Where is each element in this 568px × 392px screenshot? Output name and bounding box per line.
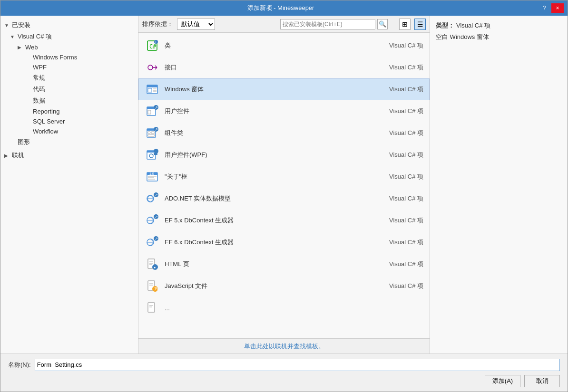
sidebar-item-reporting[interactable]: Reporting (0, 106, 138, 116)
sidebar-item-web[interactable]: ▶ Web (0, 42, 138, 52)
sidebar-item-windows-forms[interactable]: Windows Forms (0, 52, 138, 62)
general-label: 常规 (33, 74, 134, 82)
item-category-windows-form: Visual C# 项 (366, 85, 423, 94)
list-item-javascript[interactable]: JS JavaScript 文件 Visual C# 项 (138, 275, 430, 297)
item-name-javascript: JavaScript 文件 (165, 282, 366, 290)
sidebar-item-code[interactable]: 代码 (0, 84, 138, 95)
svg-text:C#: C# (149, 43, 157, 50)
item-icon-javascript: JS (145, 278, 160, 294)
svg-rect-9 (147, 85, 157, 87)
reporting-label: Reporting (33, 108, 134, 115)
sort-select[interactable]: 默认值 (177, 19, 215, 30)
item-name-ado-net: ADO.NET 实体数据模型 (165, 194, 366, 203)
sidebar-item-visual-csharp[interactable]: ▼ Visual C# 项 (0, 31, 138, 42)
item-name-interface: 接口 (165, 63, 366, 72)
svg-rect-60 (148, 303, 155, 312)
sort-label: 排序依据： (142, 20, 173, 29)
grid-view-button[interactable]: ⊞ (399, 19, 411, 30)
svg-text:↗: ↗ (155, 127, 158, 132)
list-item-about-box[interactable]: 1.0 "关于"框 Visual C# 项 (138, 166, 430, 188)
item-icon-about-box: 1.0 (145, 169, 160, 184)
sidebar-item-wpf[interactable]: WPF (0, 62, 138, 72)
list-item-interface[interactable]: 接口 Visual C# 项 (138, 57, 430, 78)
item-name-html: HTML 页 (165, 260, 366, 268)
name-input[interactable] (35, 359, 560, 371)
list-view-icon: ☰ (417, 20, 423, 28)
online-link[interactable]: 单击此处以联机并查找模板。 (244, 342, 324, 351)
item-category-component: Visual C# 项 (366, 129, 423, 137)
item-icon-ef6: ↗ (145, 235, 160, 250)
item-name-ef5: EF 5.x DbContext 生成器 (165, 216, 366, 225)
installed-label: 已安装 (12, 21, 134, 29)
list-item-class[interactable]: C# + 类 Visual C# 项 (138, 35, 430, 57)
item-icon-more (145, 300, 160, 316)
titlebar: 添加新项 - Minesweeper ? × (0, 0, 568, 16)
desc-value: 空白 Windows 窗体 (436, 33, 489, 41)
sidebar-item-graphics[interactable]: 图形 (0, 136, 138, 148)
list-item-windows-form[interactable]: Windows 窗体 Visual C# 项 (138, 78, 430, 100)
online-link-row: 单击此处以联机并查找模板。 (138, 338, 430, 354)
list-item-user-control[interactable]: ↗ 用户控件 Visual C# 项 (138, 100, 430, 122)
list-view-button[interactable]: ☰ (414, 19, 426, 30)
name-row: 名称(N): (8, 359, 560, 371)
cancel-button[interactable]: 取消 (524, 375, 560, 387)
item-category-ef6: Visual C# 项 (366, 238, 423, 247)
item-category-user-control: Visual C# 项 (366, 107, 423, 115)
list-item-ado-net[interactable]: ↗ ADO.NET 实体数据模型 Visual C# 项 (138, 188, 430, 210)
sidebar-item-general[interactable]: 常规 (0, 72, 138, 84)
item-icon-ado-net: ↗ (145, 191, 160, 206)
search-button[interactable]: 🔍 (377, 19, 388, 29)
web-label: Web (25, 44, 134, 51)
sidebar-item-data[interactable]: 数据 (0, 95, 138, 106)
list-item-ef5[interactable]: ↗ EF 5.x DbContext 生成器 Visual C# 项 (138, 210, 430, 231)
sidebar-item-workflow[interactable]: Workflow (0, 126, 138, 136)
online-label: 联机 (12, 151, 134, 160)
code-label: 代码 (33, 85, 134, 94)
sql-server-label: SQL Server (33, 118, 134, 125)
close-button[interactable]: × (551, 3, 564, 13)
type-key: 类型： (436, 21, 454, 30)
list-item-more[interactable]: ... (138, 297, 430, 319)
item-icon-ef5: ↗ (145, 213, 160, 228)
item-name-user-control-wpf: 用户控件(WPF) (165, 151, 366, 159)
list-item-user-control-wpf[interactable]: 用户控件(WPF) Visual C# 项 (138, 144, 430, 166)
desc-row: 空白 Windows 窗体 (436, 33, 562, 41)
item-category-html: Visual C# 项 (366, 260, 423, 268)
windows-forms-label: Windows Forms (33, 54, 134, 61)
item-name-class: 类 (165, 41, 366, 50)
sidebar-item-sql-server[interactable]: SQL Server (0, 116, 138, 126)
help-button[interactable]: ? (538, 3, 550, 13)
add-button[interactable]: 添加(A) (485, 375, 520, 387)
svg-text:●: ● (154, 266, 156, 269)
main-dialog: 添加新项 - Minesweeper ? × ▼ 已安装 ▼ Visual C#… (0, 0, 568, 392)
item-category-class: Visual C# 项 (366, 41, 423, 50)
svg-text:1.0: 1.0 (149, 172, 154, 175)
item-category-about-box: Visual C# 项 (366, 172, 423, 181)
sidebar-item-online[interactable]: ▶ 联机 (0, 150, 138, 161)
item-icon-user-control-wpf (145, 147, 160, 163)
search-icon: 🔍 (379, 20, 386, 28)
item-icon-interface (145, 60, 160, 75)
svg-text:↗: ↗ (155, 105, 158, 110)
svg-text:+: + (155, 40, 157, 44)
svg-point-4 (148, 65, 153, 70)
list-item-html[interactable]: ● HTML 页 Visual C# 项 (138, 253, 430, 275)
center-panel: 排序依据： 默认值 🔍 ⊞ (138, 16, 430, 354)
items-list: C# + 类 Visual C# 项 (138, 33, 430, 338)
data-label: 数据 (33, 96, 134, 105)
right-panel: 类型： Visual C# 项 空白 Windows 窗体 (430, 16, 568, 354)
list-item-component[interactable]: ↗ 组件类 Visual C# 项 (138, 122, 430, 144)
svg-text:JS: JS (154, 287, 158, 291)
svg-point-30 (154, 149, 158, 153)
workflow-label: Workflow (33, 128, 134, 135)
item-icon-html: ● (145, 257, 160, 272)
item-category-interface: Visual C# 项 (366, 63, 423, 72)
item-category-ado-net: Visual C# 项 (366, 194, 423, 203)
sidebar-item-installed[interactable]: ▼ 已安装 (0, 19, 138, 31)
name-label: 名称(N): (8, 361, 31, 369)
list-item-ef6[interactable]: ↗ EF 6.x DbContext 生成器 Visual C# 项 (138, 231, 430, 253)
item-icon-component: ↗ (145, 125, 160, 141)
search-input[interactable] (280, 19, 375, 29)
web-arrow: ▶ (18, 45, 25, 50)
sidebar: ▼ 已安装 ▼ Visual C# 项 ▶ Web Windows Forms (0, 16, 138, 354)
